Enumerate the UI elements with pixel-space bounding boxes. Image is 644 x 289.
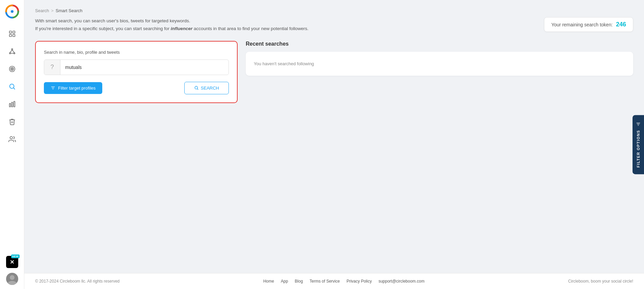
- footer-tagline: Circleboom, boom your social circle!: [568, 279, 633, 284]
- token-count: 246: [616, 21, 626, 28]
- sidebar-item-analytics[interactable]: [4, 96, 20, 112]
- svg-rect-3: [9, 31, 11, 33]
- app-logo[interactable]: [5, 4, 20, 19]
- breadcrumb-parent[interactable]: Search: [35, 8, 49, 13]
- recent-searches-empty: You haven't searched following: [246, 52, 633, 76]
- svg-rect-20: [14, 101, 15, 107]
- sidebar-nav: [4, 26, 20, 254]
- recent-searches: Recent searches You haven't searched fol…: [246, 41, 633, 76]
- search-btn-icon: [194, 86, 199, 90]
- search-button[interactable]: SEARCH: [184, 82, 229, 94]
- search-card-title: Search in name, bio, profile and tweets: [44, 50, 229, 55]
- svg-point-15: [11, 68, 13, 70]
- footer-link-privacy[interactable]: Privacy Policy: [347, 279, 372, 284]
- filter-options-label: FILTER OPTIONS: [636, 130, 640, 167]
- breadcrumb-current: Smart Search: [56, 8, 82, 13]
- footer-link-home[interactable]: Home: [263, 279, 274, 284]
- content-area: Search > Smart Search With smart search,…: [24, 0, 644, 273]
- svg-point-2: [11, 10, 14, 13]
- footer-links: Home App Blog Terms of Service Privacy P…: [263, 279, 425, 284]
- token-label: Your remaining search token:: [551, 22, 613, 27]
- sidebar-item-delete[interactable]: [4, 114, 20, 130]
- svg-point-8: [9, 53, 10, 54]
- search-input[interactable]: [60, 61, 229, 73]
- footer: © 2017-2024 Circleboom llc. All rights r…: [24, 273, 644, 289]
- svg-rect-5: [9, 34, 11, 37]
- filter-icon: [51, 86, 55, 90]
- svg-line-11: [12, 50, 14, 52]
- header-row: With smart search, you can search user's…: [35, 17, 633, 33]
- svg-point-27: [195, 87, 197, 89]
- avatar[interactable]: [6, 273, 18, 285]
- svg-rect-6: [12, 34, 15, 37]
- svg-line-17: [14, 88, 15, 89]
- sidebar-bottom: ✕ NEW: [4, 254, 20, 285]
- main-content: Search > Smart Search With smart search,…: [24, 0, 644, 289]
- new-badge: NEW: [11, 255, 20, 258]
- svg-point-23: [8, 281, 17, 285]
- footer-link-tos[interactable]: Terms of Service: [310, 279, 340, 284]
- svg-point-16: [9, 84, 14, 89]
- token-info: Your remaining search token: 246: [544, 17, 633, 32]
- svg-line-10: [10, 50, 12, 52]
- filter-options-tab[interactable]: FILTER OPTIONS: [633, 115, 644, 174]
- sidebar-item-network[interactable]: [4, 43, 20, 59]
- footer-link-support[interactable]: support@circleboom.com: [378, 279, 424, 284]
- breadcrumb: Search > Smart Search: [35, 8, 633, 13]
- sidebar: ✕ NEW: [0, 0, 24, 289]
- description-line2: If you're interested in a specific subje…: [35, 25, 308, 33]
- filter-options-icon: [636, 122, 641, 126]
- search-input-row: ?: [44, 59, 229, 75]
- svg-rect-18: [9, 103, 10, 107]
- breadcrumb-separator: >: [51, 8, 54, 13]
- svg-rect-19: [11, 102, 13, 107]
- sidebar-item-search[interactable]: [4, 78, 20, 95]
- two-col-layout: Search in name, bio, profile and tweets …: [35, 41, 633, 103]
- description-line1: With smart search, you can search user's…: [35, 17, 308, 25]
- svg-line-28: [197, 89, 198, 90]
- footer-copyright: © 2017-2024 Circleboom llc. All rights r…: [35, 279, 119, 284]
- svg-point-9: [14, 53, 15, 54]
- sidebar-item-users[interactable]: [4, 131, 20, 147]
- svg-point-14: [10, 67, 14, 70]
- question-icon: ?: [44, 60, 60, 75]
- recent-searches-title: Recent searches: [246, 41, 633, 47]
- svg-point-21: [10, 137, 12, 139]
- search-card: Search in name, bio, profile and tweets …: [35, 41, 238, 103]
- search-actions: Filter target profiles SEARCH: [44, 82, 229, 94]
- header-description: With smart search, you can search user's…: [35, 17, 308, 33]
- filter-target-profiles-button[interactable]: Filter target profiles: [44, 82, 102, 94]
- footer-link-app[interactable]: App: [281, 279, 288, 284]
- svg-point-22: [10, 275, 15, 280]
- sidebar-item-target[interactable]: [4, 61, 20, 77]
- sidebar-item-x[interactable]: ✕ NEW: [4, 254, 20, 270]
- svg-point-13: [9, 66, 15, 72]
- svg-point-7: [11, 49, 13, 50]
- sidebar-item-dashboard[interactable]: [4, 26, 20, 42]
- svg-rect-4: [12, 31, 15, 33]
- footer-link-blog[interactable]: Blog: [295, 279, 303, 284]
